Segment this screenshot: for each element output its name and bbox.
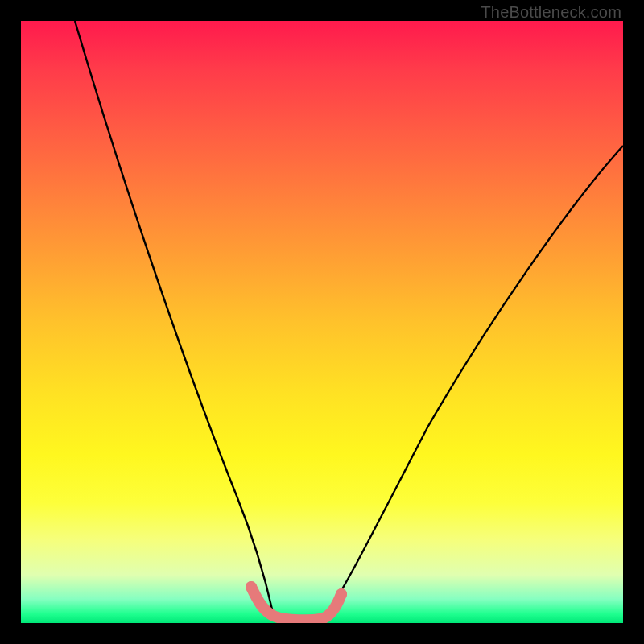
chart-frame: TheBottleneck.com [0, 0, 644, 644]
credit-label: TheBottleneck.com [481, 3, 621, 22]
chart-svg [21, 21, 623, 623]
chart-plot-area [21, 21, 623, 623]
band-end-right [336, 588, 347, 600]
curve-left [75, 21, 273, 613]
optimal-band [251, 587, 341, 620]
curve-right [327, 146, 623, 614]
band-end-left [246, 581, 257, 592]
